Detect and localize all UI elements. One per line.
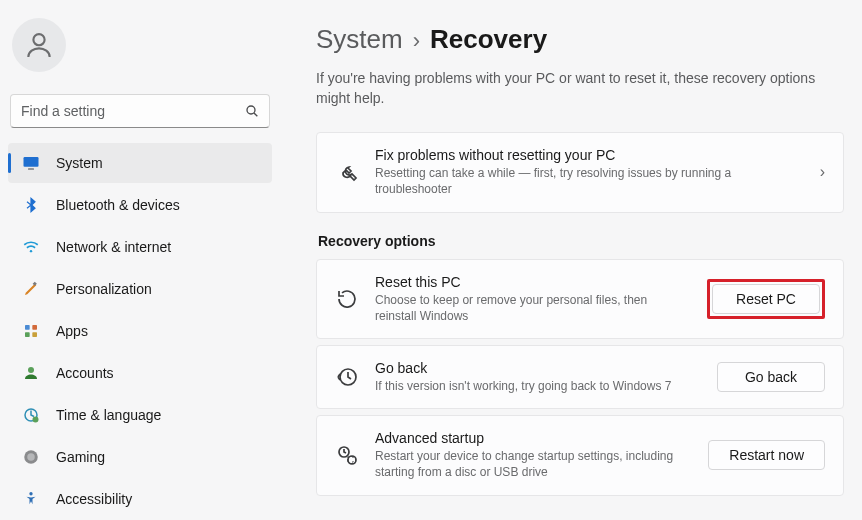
svg-rect-4 (28, 168, 34, 170)
section-title: Recovery options (318, 233, 844, 249)
card-subtitle: Choose to keep or remove your personal f… (375, 292, 691, 324)
sidebar-item-system[interactable]: System (8, 143, 272, 183)
fix-problems-card[interactable]: Fix problems without resetting your PC R… (316, 132, 844, 212)
svg-rect-10 (32, 332, 37, 337)
svg-rect-3 (24, 157, 39, 167)
svg-rect-7 (25, 325, 30, 330)
card-subtitle: Resetting can take a while — first, try … (375, 165, 745, 197)
card-title: Go back (375, 360, 701, 376)
paintbrush-icon (22, 280, 40, 298)
sidebar-item-label: System (56, 155, 103, 171)
reset-pc-button[interactable]: Reset PC (712, 284, 820, 314)
sidebar-item-gaming[interactable]: Gaming (8, 437, 272, 477)
sidebar-item-label: Accessibility (56, 491, 132, 507)
card-subtitle: Restart your device to change startup se… (375, 448, 692, 480)
sidebar-item-label: Apps (56, 323, 88, 339)
chevron-right-icon: › (820, 163, 825, 181)
highlight-annotation: Reset PC (707, 279, 825, 319)
nav: System Bluetooth & devices Network & int… (6, 142, 274, 520)
card-title: Reset this PC (375, 274, 691, 290)
sidebar-item-time-language[interactable]: Time & language (8, 395, 272, 435)
go-back-button[interactable]: Go back (717, 362, 825, 392)
svg-point-15 (27, 453, 35, 461)
sidebar-item-network[interactable]: Network & internet (8, 227, 272, 267)
svg-point-0 (33, 34, 44, 45)
avatar (12, 18, 66, 72)
restart-now-button[interactable]: Restart now (708, 440, 825, 470)
chevron-right-icon: › (413, 28, 420, 54)
advanced-startup-card: Advanced startup Restart your device to … (316, 415, 844, 495)
svg-rect-8 (32, 325, 37, 330)
sidebar: System Bluetooth & devices Network & int… (0, 0, 280, 520)
card-title: Fix problems without resetting your PC (375, 147, 804, 163)
accessibility-icon (22, 490, 40, 508)
sidebar-item-apps[interactable]: Apps (8, 311, 272, 351)
svg-point-11 (28, 367, 34, 373)
search-wrap (10, 94, 270, 128)
svg-point-16 (29, 492, 32, 495)
card-subtitle: If this version isn't working, try going… (375, 378, 701, 394)
wifi-icon (22, 238, 40, 256)
advanced-startup-icon (335, 443, 359, 467)
svg-point-13 (33, 417, 39, 423)
page-description: If you're having problems with your PC o… (316, 69, 836, 108)
history-icon (335, 365, 359, 389)
breadcrumb-parent[interactable]: System (316, 24, 403, 55)
sidebar-item-label: Time & language (56, 407, 161, 423)
apps-icon (22, 322, 40, 340)
clock-globe-icon (22, 406, 40, 424)
gaming-icon (22, 448, 40, 466)
svg-point-19 (348, 456, 356, 464)
sidebar-item-personalization[interactable]: Personalization (8, 269, 272, 309)
go-back-card: Go back If this version isn't working, t… (316, 345, 844, 409)
page-title: Recovery (430, 24, 547, 55)
card-title: Advanced startup (375, 430, 692, 446)
svg-point-5 (30, 250, 32, 252)
wrench-icon (335, 160, 359, 184)
sidebar-item-label: Personalization (56, 281, 152, 297)
breadcrumb: System › Recovery (316, 24, 844, 55)
system-icon (22, 154, 40, 172)
svg-rect-9 (25, 332, 30, 337)
reset-icon (335, 287, 359, 311)
sidebar-item-label: Accounts (56, 365, 114, 381)
search-input[interactable] (10, 94, 270, 128)
sidebar-item-bluetooth[interactable]: Bluetooth & devices (8, 185, 272, 225)
sidebar-item-label: Gaming (56, 449, 105, 465)
main-content: System › Recovery If you're having probl… (280, 0, 862, 520)
sidebar-item-label: Bluetooth & devices (56, 197, 180, 213)
user-account-header[interactable] (6, 10, 274, 84)
sidebar-item-label: Network & internet (56, 239, 171, 255)
accounts-icon (22, 364, 40, 382)
sidebar-item-accessibility[interactable]: Accessibility (8, 479, 272, 519)
sidebar-item-accounts[interactable]: Accounts (8, 353, 272, 393)
reset-pc-card: Reset this PC Choose to keep or remove y… (316, 259, 844, 339)
bluetooth-icon (22, 196, 40, 214)
